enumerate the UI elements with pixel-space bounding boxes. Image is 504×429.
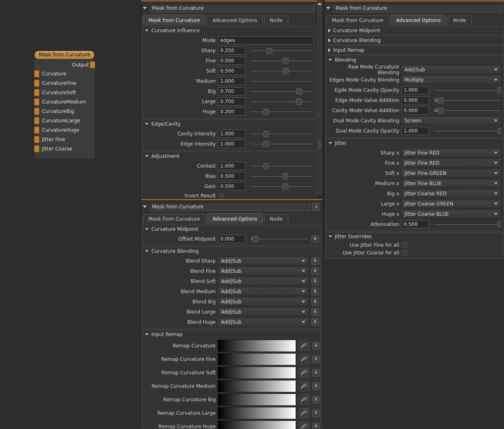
- slider[interactable]: [250, 171, 314, 181]
- output-port[interactable]: [90, 62, 95, 68]
- section-header[interactable]: Blending: [326, 56, 504, 64]
- reset-button[interactable]: R: [312, 318, 319, 326]
- node-body[interactable]: Output Curvature CurvatureFine Curvature…: [34, 60, 95, 158]
- section-header[interactable]: Curvature Blending: [142, 247, 321, 255]
- value-field[interactable]: 0.500: [218, 182, 245, 190]
- remap-gradient[interactable]: [218, 394, 296, 406]
- value-field[interactable]: 0.500: [218, 172, 245, 180]
- slider[interactable]: [250, 128, 314, 139]
- curve-editor-button[interactable]: [299, 354, 309, 364]
- tab-advanced-options[interactable]: Advanced Options: [207, 15, 263, 25]
- scrollbar[interactable]: [316, 1, 322, 195]
- section-header[interactable]: Jitter: [326, 139, 504, 147]
- curve-editor-button[interactable]: [299, 395, 309, 405]
- slider[interactable]: [250, 161, 314, 171]
- slider[interactable]: [250, 86, 314, 96]
- value-field[interactable]: 0.500: [401, 220, 429, 228]
- slider-handle[interactable]: [438, 97, 444, 104]
- reset-button[interactable]: R: [312, 369, 320, 376]
- slider[interactable]: [433, 95, 501, 105]
- slider-handle[interactable]: [263, 163, 269, 169]
- value-field[interactable]: 0.000: [401, 96, 429, 104]
- jitter-dropdown[interactable]: Jitter Coarse GREEN: [401, 199, 501, 208]
- curve-editor-button[interactable]: [299, 408, 309, 418]
- jitter-dropdown[interactable]: Jitter Fine GREEN: [401, 169, 501, 177]
- blend-dropdown[interactable]: Add|Sub: [218, 267, 309, 275]
- slider-handle[interactable]: [263, 141, 269, 147]
- tab-mask-from-curvature[interactable]: Mask from Curvature: [143, 214, 206, 224]
- slider[interactable]: [433, 85, 501, 95]
- input-port[interactable]: [34, 89, 39, 96]
- value-field[interactable]: 1.000: [218, 77, 245, 85]
- reset-button[interactable]: R: [312, 278, 319, 285]
- input-port[interactable]: [34, 127, 39, 133]
- reset-button[interactable]: R: [312, 288, 319, 295]
- slider-handle[interactable]: [283, 68, 289, 74]
- blend-dropdown[interactable]: Add|Sub: [218, 297, 309, 306]
- value-field[interactable]: 0.700: [218, 87, 245, 95]
- slider-handle[interactable]: [296, 99, 302, 105]
- tab-node[interactable]: Node: [264, 214, 288, 224]
- use-jitter-coarse-checkbox[interactable]: [401, 249, 408, 256]
- reset-button[interactable]: R: [312, 235, 319, 243]
- jitter-dropdown[interactable]: Jitter Fine RED: [401, 159, 501, 167]
- reset-button[interactable]: R: [312, 268, 319, 275]
- reset-button[interactable]: R: [312, 308, 319, 316]
- section-curvature-blending-collapsed[interactable]: Curvature Blending: [325, 36, 504, 45]
- section-header[interactable]: Input Remap: [142, 330, 321, 338]
- section-header[interactable]: Adjustment: [142, 152, 316, 160]
- section-header[interactable]: Curvature Influence: [142, 27, 316, 35]
- value-field[interactable]: 0.200: [218, 108, 245, 116]
- remap-gradient[interactable]: [218, 420, 296, 429]
- input-port[interactable]: [34, 99, 39, 105]
- invert-result-checkbox[interactable]: [218, 192, 225, 199]
- value-field[interactable]: 0.500: [218, 57, 245, 65]
- tab-mask-from-curvature[interactable]: Mask from Curvature: [326, 15, 389, 25]
- slider-handle[interactable]: [497, 87, 501, 93]
- jitter-dropdown[interactable]: Jitter Coarse RED: [401, 189, 501, 198]
- section-header[interactable]: Curvature Midpoint: [142, 225, 321, 233]
- tab-advanced-options[interactable]: Advanced Options: [207, 213, 263, 224]
- value-field[interactable]: 0.700: [218, 97, 245, 106]
- slider[interactable]: [250, 45, 314, 55]
- scroll-up-button[interactable]: [317, 1, 322, 7]
- blending-dropdown[interactable]: Screen: [401, 116, 501, 125]
- blending-dropdown[interactable]: Add|Sub: [401, 65, 501, 74]
- scrollbar-thumb[interactable]: [317, 7, 322, 195]
- reset-button[interactable]: R: [312, 423, 320, 429]
- input-port[interactable]: [34, 146, 39, 152]
- jitter-dropdown[interactable]: Jitter Coarse BLUE: [401, 210, 501, 218]
- blending-dropdown[interactable]: Multiply: [401, 75, 501, 84]
- curve-editor-button[interactable]: [299, 368, 309, 378]
- slider[interactable]: [433, 105, 501, 115]
- slider-handle[interactable]: [296, 88, 302, 95]
- blend-dropdown[interactable]: Add|Sub: [218, 318, 309, 326]
- blend-dropdown[interactable]: Add|Sub: [218, 307, 309, 316]
- reset-button[interactable]: R: [312, 409, 320, 417]
- input-port[interactable]: [34, 108, 39, 115]
- input-port[interactable]: [34, 71, 39, 77]
- slider-handle[interactable]: [497, 221, 501, 228]
- section-input-remap-collapsed[interactable]: Input Remap: [325, 46, 504, 55]
- remap-gradient[interactable]: [218, 340, 296, 352]
- tab-node[interactable]: Node: [448, 15, 472, 25]
- slider-handle[interactable]: [497, 128, 501, 134]
- slider[interactable]: [250, 55, 314, 66]
- input-port[interactable]: [34, 80, 39, 86]
- collapse-icon[interactable]: [326, 7, 330, 9]
- mode-field[interactable]: edges: [218, 36, 314, 44]
- curve-editor-button[interactable]: [299, 422, 309, 429]
- slider-handle[interactable]: [282, 184, 288, 190]
- value-field[interactable]: 0.500: [218, 67, 245, 75]
- section-header[interactable]: Jitter Overrides: [326, 232, 504, 241]
- blend-dropdown[interactable]: Add|Sub: [218, 287, 309, 296]
- slider-handle[interactable]: [263, 131, 269, 137]
- jitter-dropdown[interactable]: Jitter Fine BLUE: [401, 179, 501, 188]
- reset-button[interactable]: R: [312, 257, 319, 265]
- slider[interactable]: [250, 66, 314, 76]
- slider-handle[interactable]: [263, 109, 269, 115]
- slider[interactable]: [250, 96, 314, 106]
- slider[interactable]: [433, 219, 501, 229]
- reset-button[interactable]: R: [312, 396, 320, 403]
- slider[interactable]: [433, 126, 501, 136]
